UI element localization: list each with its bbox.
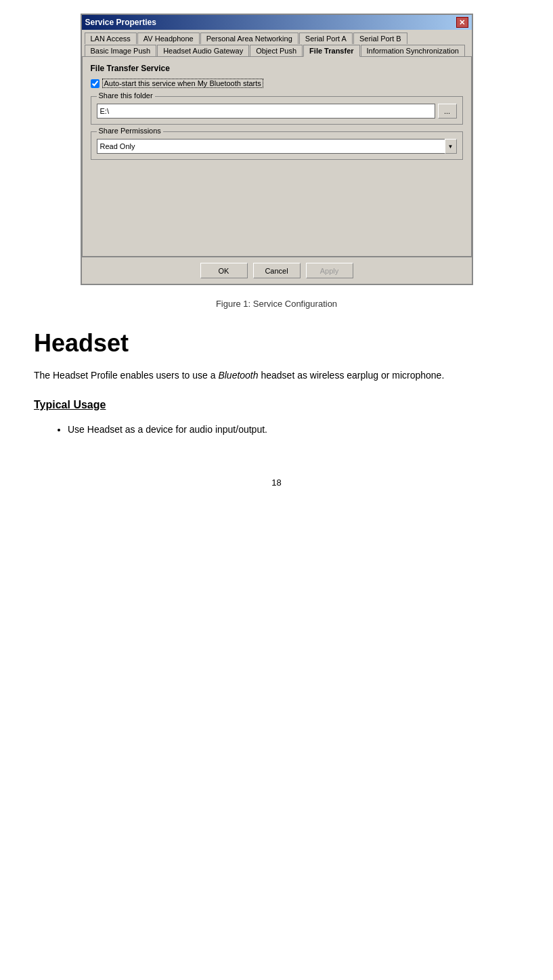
cancel-button[interactable]: Cancel — [253, 263, 301, 278]
headset-body-before: The Headset Profile enables users to use… — [34, 370, 218, 381]
headset-body: The Headset Profile enables users to use… — [34, 368, 519, 383]
dialog-buttons: OK Cancel Apply — [82, 257, 472, 284]
dialog-titlebar: Service Properties ✕ — [82, 15, 472, 30]
tab-lan-access[interactable]: LAN Access — [85, 33, 137, 44]
autostart-label: Auto-start this service when My Bluetoot… — [102, 79, 263, 88]
share-permissions-label: Share Permissions — [97, 127, 163, 135]
autostart-checkbox[interactable] — [91, 79, 99, 88]
ok-button[interactable]: OK — [200, 263, 248, 278]
tab-av-headphone[interactable]: AV Headphone — [137, 33, 200, 44]
folder-row: ... — [97, 104, 457, 119]
dialog-content: File Transfer Service Auto-start this se… — [82, 57, 472, 257]
browse-button[interactable]: ... — [438, 104, 457, 119]
share-permissions-group: Share Permissions Read Only Read/Write ▼ — [91, 131, 463, 160]
apply-button[interactable]: Apply — [306, 263, 353, 278]
tab-serial-port-b[interactable]: Serial Port B — [353, 33, 407, 44]
permissions-row: Read Only Read/Write ▼ — [97, 139, 457, 154]
folder-path-input[interactable] — [97, 104, 435, 119]
figure-caption: Figure 1: Service Configuration — [27, 299, 526, 309]
tab-personal-area-networking[interactable]: Personal Area Networking — [200, 33, 298, 44]
spacer — [91, 167, 463, 248]
bullet-item-0: Use Headset as a device for audio input/… — [68, 422, 519, 437]
tab-information-synchronization[interactable]: Information Synchronization — [361, 45, 465, 56]
dialog-wrapper: Service Properties ✕ LAN Access AV Headp… — [81, 14, 473, 285]
dialog-title: Service Properties — [85, 18, 156, 27]
tab-object-push[interactable]: Object Push — [250, 45, 303, 56]
permissions-select-wrapper: Read Only Read/Write ▼ — [97, 139, 457, 154]
tab-file-transfer[interactable]: File Transfer — [303, 45, 359, 57]
share-folder-group: Share this folder ... — [91, 96, 463, 125]
bullet-list: Use Headset as a device for audio input/… — [34, 422, 519, 437]
headset-body-after: headset as wireless earplug or microphon… — [259, 370, 445, 381]
autostart-checkbox-row: Auto-start this service when My Bluetoot… — [91, 79, 463, 88]
share-folder-label: Share this folder — [97, 91, 155, 100]
headset-body-italic: Bluetooth — [218, 370, 258, 381]
tabs-container: LAN Access AV Headphone Personal Area Ne… — [82, 30, 472, 57]
dialog-close-button[interactable]: ✕ — [456, 17, 468, 28]
tab-basic-image-push[interactable]: Basic Image Push — [85, 45, 157, 56]
tab-serial-port-a[interactable]: Serial Port A — [299, 33, 353, 44]
page-number: 18 — [271, 477, 281, 488]
content-area: Headset The Headset Profile enables user… — [27, 329, 526, 450]
service-title: File Transfer Service — [91, 64, 463, 73]
service-properties-dialog: Service Properties ✕ LAN Access AV Headp… — [81, 14, 473, 285]
permissions-select[interactable]: Read Only Read/Write — [97, 139, 457, 154]
tab-headset-audio-gateway[interactable]: Headset Audio Gateway — [157, 45, 249, 56]
headset-heading: Headset — [34, 329, 519, 358]
typical-usage-heading: Typical Usage — [34, 399, 519, 411]
